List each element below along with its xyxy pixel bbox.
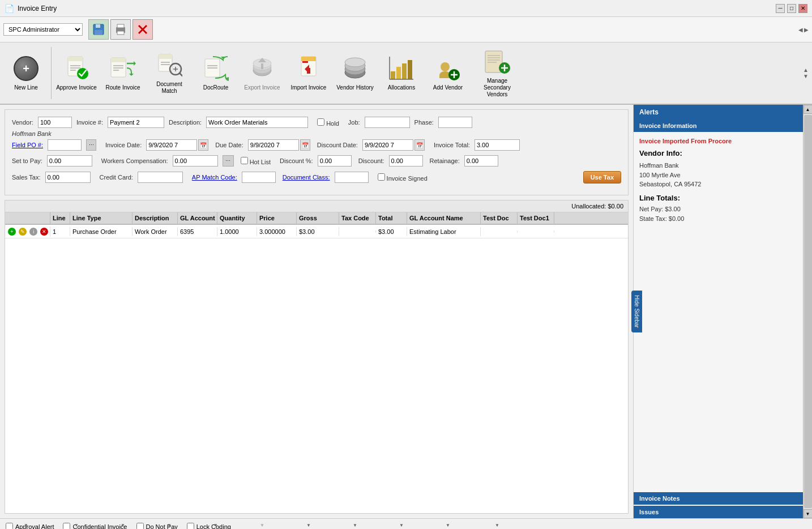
- allocations-button[interactable]: Allocations ▼: [379, 45, 424, 101]
- job-input[interactable]: [365, 117, 410, 128]
- discount-date-input[interactable]: [362, 139, 413, 151]
- table-row[interactable]: + ✎ i ✕ ! 📁 1 Purchase Order Work Order …: [5, 225, 628, 238]
- invoice-signed-checkbox[interactable]: [378, 173, 385, 181]
- row-add-icon[interactable]: +: [8, 228, 16, 236]
- document-match-button[interactable]: Document Match ▼: [147, 45, 192, 101]
- title-bar-controls[interactable]: ─ □ ✕: [776, 4, 807, 13]
- phase-input[interactable]: [438, 117, 472, 128]
- toolbar-scroll-arrows[interactable]: ▲ ▼: [803, 45, 809, 101]
- maximize-button[interactable]: □: [787, 4, 796, 13]
- workers-comp-label: Workers Compensation:: [101, 157, 168, 164]
- import-invoice-button[interactable]: Import Invoice ▼: [286, 45, 331, 101]
- sales-tax-input[interactable]: [45, 172, 91, 183]
- credit-card-input[interactable]: [138, 172, 183, 183]
- docroute-icon: [202, 55, 229, 82]
- scroll-thumb[interactable]: [804, 115, 812, 508]
- scroll-up-btn[interactable]: ▲: [804, 105, 813, 114]
- confidential-invoice-checkbox[interactable]: [63, 523, 70, 529]
- close-button[interactable]: ✕: [798, 4, 807, 13]
- scroll-left-arrow[interactable]: ◀: [798, 27, 803, 33]
- row-edit-icon[interactable]: ✎: [19, 228, 27, 236]
- new-line-button[interactable]: + New Line ▼: [3, 45, 49, 101]
- add-vendor-icon: [434, 55, 461, 82]
- col-header-glname: GL Account Name: [407, 212, 481, 224]
- retainage-label: Retainage:: [430, 157, 460, 164]
- discount-pct-input[interactable]: [318, 155, 352, 167]
- col-header-qty: Quantity: [217, 212, 257, 224]
- route-invoice-button[interactable]: Route Invoice ▼: [100, 45, 146, 101]
- approval-alert-label: Approval Alert: [15, 523, 54, 530]
- hot-list-checkbox[interactable]: [241, 157, 248, 164]
- scroll-down-btn[interactable]: ▼: [804, 509, 813, 518]
- col-header-gross: Gross: [297, 212, 339, 224]
- invoice-notes-header[interactable]: Invoice Notes: [634, 492, 803, 505]
- ap-match-code-input[interactable]: [242, 172, 276, 183]
- add-vendor-arrow: ▼: [446, 523, 450, 528]
- import-invoice-icon: [295, 55, 322, 82]
- approve-arrow: ▼: [74, 523, 79, 528]
- vendor-input[interactable]: [38, 117, 72, 128]
- scroll-right-arrow[interactable]: ▶: [804, 27, 809, 33]
- description-input[interactable]: [206, 117, 308, 128]
- document-class-label[interactable]: Document Class:: [283, 174, 330, 181]
- due-date-input[interactable]: [248, 139, 299, 151]
- svg-point-55: [441, 62, 450, 71]
- approval-alert-checkbox[interactable]: [6, 523, 13, 529]
- docroute-button[interactable]: DocRoute ▼: [193, 45, 238, 101]
- form-row-3: Set to Pay: Workers Compensation: ⋯ Hot …: [12, 155, 621, 167]
- row-taxcode: [339, 231, 376, 233]
- lock-coding-checkbox[interactable]: [187, 523, 194, 529]
- approval-alert-checkbox-group[interactable]: Approval Alert: [6, 523, 54, 529]
- invoice-date-calendar[interactable]: 📅: [198, 139, 208, 151]
- row-info-icon[interactable]: i: [29, 228, 37, 236]
- do-not-pay-checkbox[interactable]: [136, 523, 144, 529]
- title-bar: 📄 Invoice Entry ─ □ ✕: [0, 0, 812, 17]
- right-sidebar: Alerts Invoice Information Invoice Impor…: [633, 105, 803, 518]
- workers-comp-input[interactable]: [173, 155, 218, 167]
- field-po-label[interactable]: Field PO #:: [12, 142, 43, 148]
- issues-header[interactable]: Issues: [634, 506, 803, 518]
- row-delete-icon[interactable]: ✕: [40, 228, 48, 236]
- discount-date-calendar[interactable]: 📅: [414, 139, 425, 151]
- cancel-button[interactable]: [133, 19, 153, 40]
- document-class-input[interactable]: [335, 172, 369, 183]
- svg-rect-22: [159, 54, 172, 59]
- line-totals-text: Net Pay: $3.00 State Tax: $0.00: [639, 204, 797, 224]
- field-po-btn[interactable]: ⋯: [86, 139, 96, 151]
- field-po-input[interactable]: [48, 139, 82, 151]
- invoice-input[interactable]: [108, 117, 164, 128]
- use-tax-button[interactable]: Use Tax: [583, 171, 621, 184]
- hold-checkbox[interactable]: [317, 118, 324, 126]
- lock-coding-checkbox-group[interactable]: Lock Coding: [187, 523, 231, 529]
- export-invoice-button[interactable]: Export Invoice ▼: [240, 45, 285, 101]
- add-vendor-button[interactable]: Add Vendor ▼: [425, 45, 471, 101]
- retainage-input[interactable]: [464, 155, 498, 167]
- save-button[interactable]: [88, 19, 109, 40]
- discount-date-field: 📅: [362, 139, 425, 151]
- allocations-arrow: ▼: [399, 523, 404, 528]
- set-to-pay-input[interactable]: [47, 155, 92, 167]
- vendor-info-text: Hoffman Bank 100 Myrtle Ave Sebastopol, …: [639, 161, 797, 189]
- due-date-calendar[interactable]: 📅: [300, 139, 310, 151]
- minimize-button[interactable]: ─: [776, 4, 785, 13]
- user-dropdown[interactable]: SPC Administrator: [3, 23, 83, 36]
- invoice-form: Vendor: Invoice #: Description: Hold Job…: [5, 109, 629, 195]
- manage-secondary-vendors-button[interactable]: Manage Secondary Vendors ▼: [472, 45, 523, 101]
- hide-sidebar-tab[interactable]: Hide Sidebar: [631, 291, 642, 332]
- ap-match-code-label[interactable]: AP Match Code:: [192, 174, 237, 181]
- vendor-name: Hoffman Bank: [12, 130, 621, 137]
- svg-rect-1: [96, 24, 100, 28]
- hot-list-label: Hot List: [241, 157, 271, 165]
- svg-rect-5: [117, 31, 124, 35]
- confidential-invoice-checkbox-group[interactable]: Confidential Invoice: [63, 523, 127, 529]
- invoice-total-input[interactable]: [475, 139, 520, 151]
- discount-input[interactable]: [389, 155, 423, 167]
- print-button[interactable]: [110, 19, 131, 40]
- approve-invoice-button[interactable]: Approve Invoice ▼: [54, 45, 99, 101]
- scrollbar[interactable]: ▲ ▼: [803, 105, 812, 518]
- workers-comp-btn[interactable]: ⋯: [223, 155, 234, 167]
- sidebar-vendor-city: Sebastopol, CA 95472: [639, 180, 797, 189]
- vendor-history-button[interactable]: Vendor History ▼: [332, 45, 378, 101]
- divider-1: [51, 47, 52, 99]
- invoice-date-input[interactable]: [146, 139, 197, 151]
